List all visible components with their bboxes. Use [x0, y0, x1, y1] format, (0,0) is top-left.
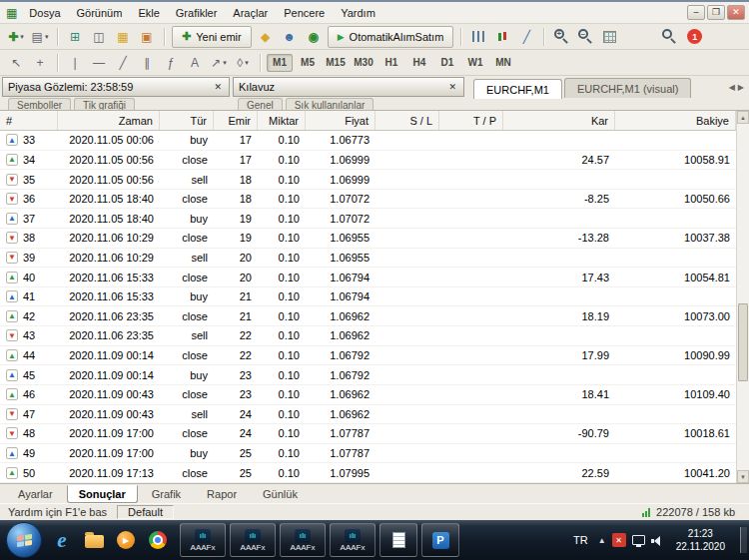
bottom-tab-3[interactable]: Rapor [195, 485, 249, 503]
taskbar-app-3[interactable]: ılıAAAFx [330, 523, 375, 557]
community-button[interactable]: ☻ [279, 26, 301, 48]
table-row[interactable]: ▲412020.11.06 15:33buy210.101.06794 [0, 287, 736, 307]
navigator-button[interactable]: ▦ [112, 26, 134, 48]
program-taskbar-item[interactable]: P [421, 523, 459, 557]
table-row[interactable]: ▲452020.11.09 00:14buy230.101.06792 [0, 365, 736, 385]
chart-tab-1[interactable]: EURCHF,M1 (visual) [564, 78, 691, 98]
market-watch-panel-header[interactable]: Piyasa Gözlemi: 23:58:59 ✕ [2, 77, 230, 97]
timeframe-M1[interactable]: M1 [267, 54, 293, 72]
timeframe-M15[interactable]: M15 [323, 54, 349, 72]
notepad-taskbar-item[interactable] [379, 523, 417, 557]
table-row[interactable]: ▼352020.11.05 00:56sell180.101.06999 [0, 170, 736, 190]
tile-windows-button[interactable] [598, 26, 620, 48]
scrollbar-thumb[interactable] [738, 303, 748, 381]
table-row[interactable]: ▲442020.11.09 00:14close220.101.0679217.… [0, 346, 736, 366]
column-header-9[interactable]: Bakiye [615, 111, 736, 130]
zoom-out-button[interactable]: – [574, 26, 596, 48]
market-watch-button[interactable]: ⊞ [64, 26, 86, 48]
vertical-line-button[interactable]: | [64, 52, 86, 74]
language-indicator[interactable]: TR [569, 534, 592, 546]
volume-icon[interactable] [651, 535, 664, 546]
table-row[interactable]: ▼482020.11.09 17:00close240.101.07787-90… [0, 424, 736, 444]
text-tool-button[interactable]: A [184, 52, 206, 74]
market-watch-tab-0[interactable]: Semboller [8, 98, 71, 110]
restore-button[interactable]: ❐ [707, 5, 725, 20]
zoom-in-button[interactable]: + [550, 26, 572, 48]
fibonacci-button[interactable]: ƒ [160, 52, 182, 74]
menu-item-5[interactable]: Pencere [276, 5, 333, 21]
column-header-8[interactable]: Kar [503, 111, 615, 130]
terminal-button[interactable]: ▣ [136, 26, 158, 48]
table-row[interactable]: ▼362020.11.05 18:40close180.101.07072-8.… [0, 190, 736, 210]
menu-item-4[interactable]: Araçlar [225, 5, 276, 21]
bottom-tab-0[interactable]: Ayarlar [6, 485, 65, 503]
chrome-icon[interactable] [143, 523, 173, 557]
support-button[interactable]: ◉ [303, 26, 325, 48]
new-order-button[interactable]: ✚ Yeni emir [172, 26, 252, 48]
table-row[interactable]: ▲502020.11.09 17:13close250.101.0799522.… [0, 463, 736, 483]
horizontal-line-button[interactable]: — [88, 52, 110, 74]
close-button[interactable]: ✕ [727, 5, 745, 20]
explorer-folder-icon[interactable] [79, 523, 109, 557]
table-row[interactable]: ▲422020.11.06 23:35close210.101.0696218.… [0, 306, 736, 326]
scrollbar-track[interactable] [737, 124, 749, 470]
crosshair-button[interactable]: + [29, 52, 51, 74]
navigator-tab-1[interactable]: Sık kullanılanlar [286, 98, 374, 110]
column-header-0[interactable]: # [0, 111, 58, 130]
alert-badge[interactable]: 1 [687, 29, 702, 44]
timeframe-M5[interactable]: M5 [295, 54, 321, 72]
profiles-button[interactable]: ▤▾ [29, 26, 51, 48]
channel-button[interactable]: ∥ [136, 52, 158, 74]
timeframe-D1[interactable]: D1 [434, 54, 460, 72]
autotrading-button[interactable]: ▶ OtomatikAlımSatım [328, 26, 454, 48]
table-row[interactable]: ▼382020.11.06 10:29close190.101.06955-13… [0, 229, 736, 249]
column-header-3[interactable]: Emir [214, 111, 258, 130]
menu-item-1[interactable]: Görünüm [69, 5, 131, 21]
bottom-tab-2[interactable]: Grafik [140, 485, 193, 503]
column-header-4[interactable]: Miktar [258, 111, 306, 130]
scroll-up-icon[interactable]: ▲ [737, 111, 749, 124]
menu-item-0[interactable]: Dosya [21, 5, 68, 21]
table-row[interactable]: ▲462020.11.09 00:43close230.101.0696218.… [0, 385, 736, 405]
timeframe-H4[interactable]: H4 [406, 54, 432, 72]
chart-tab-0[interactable]: EURCHF,M1 [473, 79, 562, 99]
tab-scroll-right-icon[interactable]: ▶ [738, 83, 744, 92]
start-button[interactable] [6, 522, 42, 558]
alert-tray-icon[interactable]: ✕ [612, 533, 626, 547]
tray-expand-icon[interactable]: ▲ [598, 536, 606, 545]
table-row[interactable]: ▲402020.11.06 15:33close200.101.0679417.… [0, 268, 736, 287]
navigator-panel-header[interactable]: Kılavuz ✕ [233, 77, 464, 97]
timeframe-M30[interactable]: M30 [351, 54, 376, 72]
table-row[interactable]: ▼392020.11.06 10:29sell200.101.06955 [0, 249, 736, 269]
menu-item-2[interactable]: Ekle [130, 5, 167, 21]
bottom-tab-4[interactable]: Günlük [251, 485, 310, 503]
clock[interactable]: 21:23 22.11.2020 [670, 527, 731, 553]
table-row[interactable]: ▲492020.11.09 17:00buy250.101.07787 [0, 444, 736, 464]
data-window-button[interactable]: ◫ [88, 26, 110, 48]
chart-line-button[interactable]: ╱ [515, 26, 537, 48]
table-row[interactable]: ▼472020.11.09 00:43sell240.101.06962 [0, 405, 736, 425]
chart-bars-button[interactable] [467, 26, 489, 48]
scroll-down-icon[interactable]: ▼ [737, 470, 749, 483]
timeframe-MN[interactable]: MN [490, 54, 516, 72]
new-chart-button[interactable]: ✚▾ [5, 26, 27, 48]
table-row[interactable]: ▲332020.11.05 00:06buy170.101.06773 [0, 131, 736, 151]
metaeditor-button[interactable]: ◆ [255, 26, 277, 48]
market-watch-tab-1[interactable]: Tik grafiği [74, 98, 135, 110]
column-header-2[interactable]: Tür [160, 111, 214, 130]
profile-selector[interactable]: Default [117, 505, 174, 519]
minimize-button[interactable]: – [687, 5, 705, 20]
taskbar-app-1[interactable]: ılıAAAFx [230, 523, 276, 557]
menu-item-6[interactable]: Yardım [333, 5, 383, 21]
chart-candles-button[interactable] [491, 26, 513, 48]
timeframe-W1[interactable]: W1 [462, 54, 488, 72]
column-header-6[interactable]: S / L [375, 111, 439, 130]
column-header-1[interactable]: Zaman [58, 111, 160, 130]
bottom-tab-1[interactable]: Sonuçlar [67, 485, 138, 503]
trendline-button[interactable]: ╱ [112, 52, 134, 74]
column-header-5[interactable]: Fiyat [306, 111, 375, 130]
table-row[interactable]: ▼432020.11.06 23:35sell220.101.06962 [0, 326, 736, 346]
tab-scroll-left-icon[interactable]: ◀ [729, 83, 735, 92]
arrows-tool-button[interactable]: ↗▾ [208, 52, 230, 74]
cursor-button[interactable]: ↖ [5, 52, 27, 74]
